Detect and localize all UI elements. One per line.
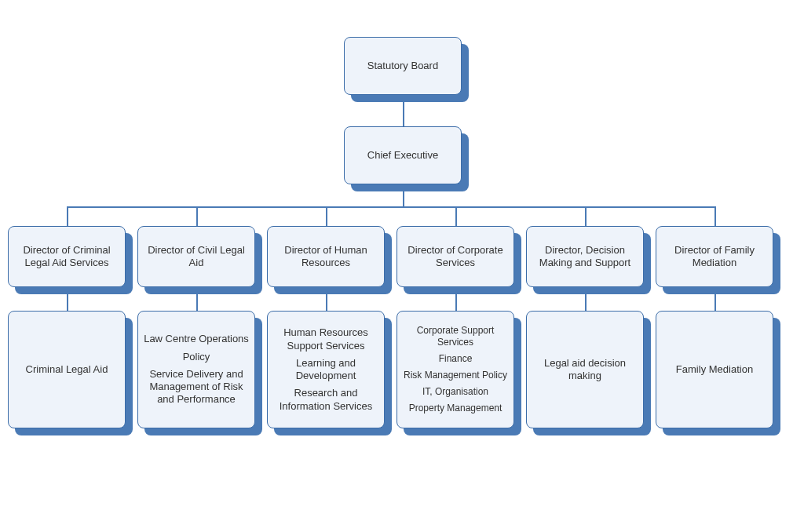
box-director-corporate: Director of Corporate Services (397, 226, 514, 287)
box-line: Corporate Support Services (402, 325, 509, 348)
connector (455, 206, 457, 226)
box-func-criminal: Criminal Legal Aid (8, 311, 126, 428)
box-label: Director of Family Mediation (661, 244, 768, 270)
box-line: Property Management (409, 403, 502, 414)
box-statutory-board: Statutory Board (344, 37, 462, 95)
box-director-hr: Director of Human Resources (267, 226, 385, 287)
box-line: Risk Management Policy (404, 370, 507, 381)
box-label: Chief Executive (367, 149, 438, 162)
box-label: Director of Corporate Services (402, 244, 509, 270)
box-line: Legal aid decision making (532, 357, 638, 383)
connector (326, 206, 327, 226)
box-director-family: Director of Family Mediation (656, 226, 773, 287)
box-label: Director, Decision Making and Support (532, 244, 638, 270)
box-func-corporate: Corporate Support Services Finance Risk … (397, 311, 514, 428)
box-director-decision: Director, Decision Making and Support (526, 226, 644, 287)
box-line: Law Centre Operations (144, 333, 249, 345)
box-line: Policy (183, 351, 210, 363)
box-line: Criminal Legal Aid (26, 363, 108, 376)
box-func-decision: Legal aid decision making (526, 311, 644, 428)
box-func-civil: Law Centre Operations Policy Service Del… (137, 311, 255, 428)
box-label: Statutory Board (367, 60, 438, 72)
box-line: Family Mediation (676, 363, 753, 376)
box-line: Human Resources Support Services (272, 326, 379, 352)
connector (196, 206, 198, 226)
box-line: Service Delivery and Management of Risk … (143, 368, 250, 406)
box-line: IT, Organisation (422, 386, 488, 398)
box-func-hr: Human Resources Support Services Learnin… (267, 311, 385, 428)
box-director-criminal: Director of Criminal Legal Aid Services (8, 226, 126, 287)
box-label: Director of Criminal Legal Aid Services (13, 244, 120, 270)
connector (585, 206, 587, 226)
connector (67, 206, 68, 226)
box-label: Director of Civil Legal Aid (143, 244, 250, 270)
box-director-civil: Director of Civil Legal Aid (137, 226, 255, 287)
box-line: Learning and Development (272, 357, 379, 383)
box-func-family: Family Mediation (656, 311, 773, 428)
box-label: Director of Human Resources (272, 244, 379, 270)
box-line: Research and Information Services (272, 387, 379, 413)
box-chief-executive: Chief Executive (344, 126, 462, 184)
connector (714, 206, 716, 226)
box-line: Finance (439, 353, 473, 365)
connector (67, 206, 714, 208)
